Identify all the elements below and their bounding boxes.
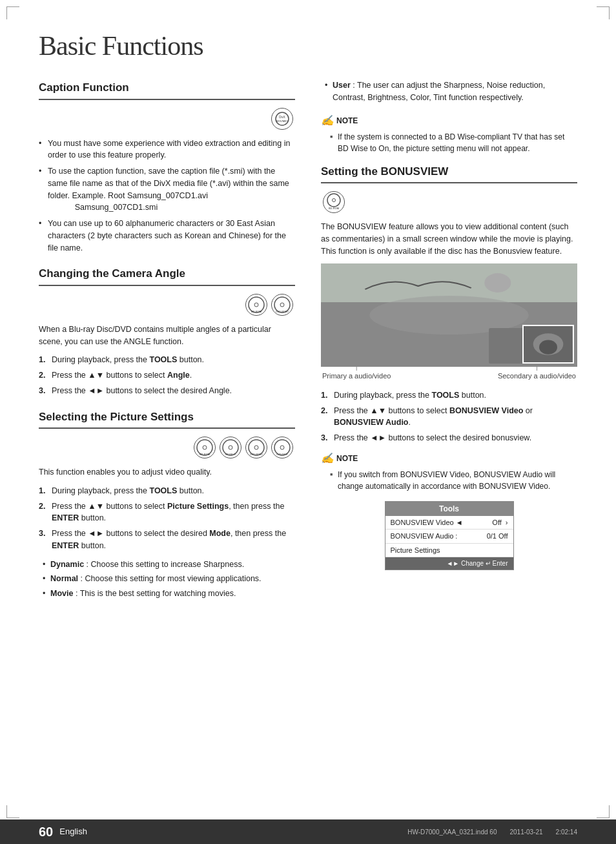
tools-row-2-value: 0/1 Off <box>487 531 508 542</box>
user-bullet-section: User : The user can adjust the Sharpness… <box>321 79 577 104</box>
camera-step-2: 2.Press the ▲▼ buttons to select Angle. <box>39 369 295 382</box>
svg-point-16 <box>254 446 258 449</box>
caption-function-section: Caption Function DivX MOV/MKV You must h… <box>39 79 295 254</box>
corner-mark-br <box>597 805 610 818</box>
secondary-label: Secondary a audio/video <box>498 371 576 382</box>
page-number: 60 <box>39 822 53 841</box>
ps-step-2: 2.Press the ▲▼ buttons to select Picture… <box>39 500 295 525</box>
note1-icon: ✍ <box>321 113 334 129</box>
ps-bdrer-icon: BD-RE/-R <box>220 437 241 458</box>
bdrom-icon-svg: BD-ROM <box>247 296 265 314</box>
bdrom-icon: BD-ROM <box>245 294 267 316</box>
caption-function-title: Caption Function <box>39 79 295 100</box>
svg-point-4 <box>254 303 258 307</box>
ps-bdrom-icon-svg: BD-ROM <box>196 438 214 457</box>
svg-text:DivX: DivX <box>279 116 285 119</box>
bonusview-pip-scene <box>522 325 574 364</box>
svg-text:BD-ROM: BD-ROM <box>200 453 210 456</box>
tools-menu-footer: ◄► Change ↵ Enter <box>385 557 513 570</box>
bonusview-labels: Primary a audio/video Secondary a audio/… <box>321 371 577 382</box>
svg-point-7 <box>280 303 284 307</box>
svg-text:DVD+RW/-R: DVD+RW/-R <box>276 453 288 456</box>
tools-row-2-label: BONUSVIEW Audio : <box>391 531 458 542</box>
tools-row-1-right: Off › <box>492 517 508 528</box>
ps-step-1: 1.During playback, press the TOOLS butto… <box>39 485 295 497</box>
ps-dvdvideo-icon-svg: DVD-VIDEO <box>247 438 265 457</box>
svg-text:BD-ROM: BD-ROM <box>329 207 339 210</box>
svg-point-21 <box>327 194 340 207</box>
ps-dvdprw-icon: DVD+RW/-R <box>271 437 293 458</box>
camera-angle-section: Changing the Camera Angle BD-ROM <box>39 265 295 396</box>
bonusview-bdrom-svg: BD-ROM <box>325 193 343 211</box>
ps-sub-user: User : The user can adjust the Sharpness… <box>321 79 577 104</box>
divx-icon-svg: DivX MOV/MKV <box>275 112 289 126</box>
camera-angle-title: Changing the Camera Angle <box>39 265 295 286</box>
corner-mark-bl <box>6 805 19 818</box>
footer-bar: 60 English HW-D7000_XAA_0321.indd 60 201… <box>0 819 616 844</box>
svg-point-31 <box>539 340 557 355</box>
svg-point-27 <box>484 273 511 293</box>
camera-step-3: 3.Press the ◄► buttons to select the des… <box>39 385 295 397</box>
note1-title: ✍ NOTE <box>321 113 577 129</box>
ps-step-3: 3.Press the ◄► buttons to select the des… <box>39 528 295 552</box>
tools-menu: Tools BONUSVIEW Video ◄ Off › BONUSVIEW … <box>385 501 514 571</box>
ps-bdrom-icon: BD-ROM <box>194 437 216 458</box>
camera-angle-steps: 1.During playback, press the TOOLS butto… <box>39 354 295 396</box>
note2-box: ✍ NOTE If you switch from BONUSVIEW Vide… <box>321 451 577 492</box>
note2-label: NOTE <box>336 453 358 464</box>
bv-step-3: 3.Press the ◄► buttons to select the des… <box>321 432 577 444</box>
tools-row-1-label: BONUSVIEW Video ◄ <box>391 517 463 528</box>
right-column: User : The user can adjust the Sharpness… <box>321 79 577 612</box>
camera-angle-intro: When a Blu-ray Disc/DVD contains multipl… <box>39 324 295 348</box>
left-column: Caption Function DivX MOV/MKV You must h… <box>39 79 295 612</box>
bonusview-icon-row: BD-ROM <box>321 190 577 214</box>
svg-text:BD-RE/-R: BD-RE/-R <box>225 453 236 456</box>
bonusview-intro: The BONUSVIEW feature allows you to view… <box>321 221 577 257</box>
camera-step-1: 1.During playback, press the TOOLS butto… <box>39 354 295 366</box>
svg-point-13 <box>229 446 232 449</box>
main-title: Basic Functions <box>39 26 577 67</box>
svg-point-10 <box>203 446 207 449</box>
footer-date: 2011-03-21 <box>509 827 542 837</box>
bonusview-section: Setting the BONUSVIEW BD-ROM The BONUSVI… <box>321 163 577 571</box>
picture-settings-section: Selecting the Picture Settings BD-ROM <box>39 409 295 600</box>
footer-time: 2:02:14 <box>556 827 577 837</box>
caption-icon-row: DivX MOV/MKV <box>39 107 295 131</box>
note1-list: If the system is connected to a BD Wise-… <box>321 131 577 154</box>
caption-bullets: You must have some experience with video… <box>39 138 295 254</box>
tools-menu-header: Tools <box>385 502 513 516</box>
ps-dvdprw-icon-svg: DVD+RW/-R <box>273 438 291 457</box>
picture-settings-steps: 1.During playback, press the TOOLS butto… <box>39 485 295 552</box>
corner-mark-tl <box>6 6 19 19</box>
tools-row-1-arrow: › <box>506 517 508 528</box>
bv-step-1: 1.During playback, press the TOOLS butto… <box>321 389 577 402</box>
caption-bullet-1: You must have some experience with video… <box>39 138 295 162</box>
svg-point-19 <box>280 446 284 449</box>
note1-label: NOTE <box>336 115 358 127</box>
dvdvideo-icon: DVD-VIDEO <box>271 294 293 316</box>
primary-label: Primary a audio/video <box>322 371 391 382</box>
pip-scene-svg <box>524 326 573 362</box>
bonusview-bdrom-icon: BD-ROM <box>323 191 345 213</box>
tools-row-3-label: Picture Settings <box>391 545 440 556</box>
caption-bullet-2: To use the caption function, save the ca… <box>39 165 295 214</box>
picture-settings-title: Selecting the Picture Settings <box>39 409 295 429</box>
svg-text:DVD-VIDEO: DVD-VIDEO <box>250 453 263 456</box>
ps-sub-normal: Normal : Choose this setting for most vi… <box>39 573 295 585</box>
footer-file: HW-D7000_XAA_0321.indd 60 <box>407 827 497 837</box>
divx-icon: DivX MOV/MKV <box>271 108 293 130</box>
svg-text:DVD-VIDEO: DVD-VIDEO <box>276 311 289 313</box>
ps-dvdvideo-icon: DVD-VIDEO <box>245 437 267 458</box>
dvdvideo-icon-svg: DVD-VIDEO <box>273 296 291 314</box>
ps-bdrer-icon-svg: BD-RE/-R <box>221 438 240 457</box>
bv-step-2: 2.Press the ▲▼ buttons to select BONUSVI… <box>321 405 577 429</box>
note1-box: ✍ NOTE If the system is connected to a B… <box>321 113 577 154</box>
note2-list: If you switch from BONUSVIEW Video, BONU… <box>321 469 577 492</box>
note1-item-1: If the system is connected to a BD Wise-… <box>330 131 577 154</box>
svg-text:BD-ROM: BD-ROM <box>251 310 262 313</box>
corner-mark-tr <box>597 6 610 19</box>
bonusview-steps: 1.During playback, press the TOOLS butto… <box>321 389 577 444</box>
tools-row-2: BONUSVIEW Audio : 0/1 Off <box>385 530 513 544</box>
svg-point-22 <box>333 199 336 202</box>
note2-item-1: If you switch from BONUSVIEW Video, BONU… <box>330 469 577 492</box>
